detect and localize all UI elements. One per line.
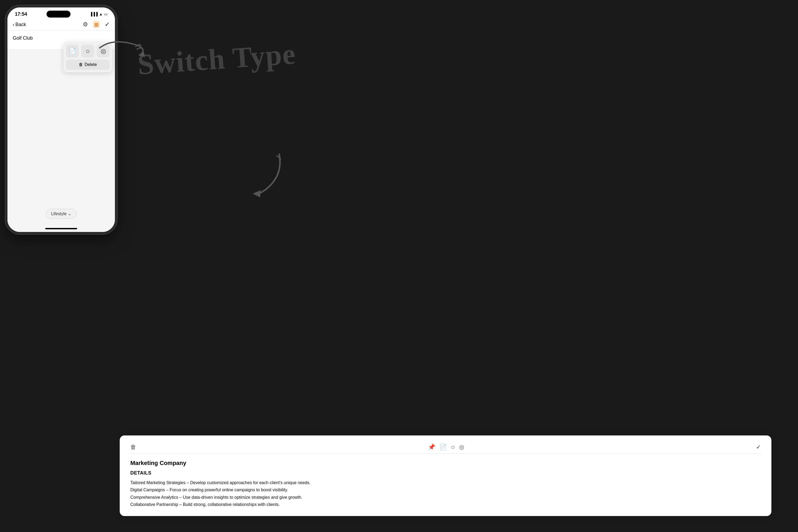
battery-icon: ▭ — [104, 12, 108, 16]
card-detail-line-1: Tailored Marketing Strategies – Develop … — [130, 479, 761, 486]
popup-circle-button[interactable]: ○ — [81, 45, 94, 57]
chevron-left-icon: ‹ — [13, 22, 14, 27]
card-details-label: DETAILS — [130, 470, 761, 476]
card-toolbar-center: 📌 📄 ○ ◎ — [428, 443, 464, 451]
card-toolbar-right: ✓ — [756, 444, 761, 451]
nav-actions: ⚙ ▦ ✓ — [83, 21, 110, 28]
status-bar: 17:54 ▐▐▐ ▲ ▭ — [7, 7, 115, 19]
trash-icon: 🗑 — [79, 62, 83, 67]
delete-label: Delete — [84, 62, 97, 67]
card-detail-line-3: Comprehensive Analytics – Use data-drive… — [130, 494, 761, 501]
lifestyle-chevron-icon: ⌄ — [68, 211, 71, 216]
gear-icon[interactable]: ⚙ — [83, 21, 88, 28]
golf-club-title: Golf Club — [13, 35, 110, 41]
checkmark-icon[interactable]: ✓ — [105, 21, 110, 28]
status-time: 17:54 — [15, 12, 27, 17]
card-checkmark-icon[interactable]: ✓ — [756, 444, 761, 450]
signal-icon: ▐▐▐ — [90, 12, 98, 16]
note-icon: 📄 — [69, 48, 76, 55]
card-pin-icon[interactable]: 📌 — [428, 444, 435, 451]
svg-text:Switch Type: Switch Type — [136, 38, 297, 81]
arrow-to-switchtype — [97, 32, 150, 64]
arrow-to-card — [240, 149, 292, 202]
lifestyle-button[interactable]: Lifestyle ⌄ — [46, 209, 77, 218]
card-detail-line-2: Digital Campaigns – Focus on creating po… — [130, 486, 761, 493]
svg-marker-2 — [253, 190, 261, 197]
card-circle-icon[interactable]: ○ — [451, 443, 455, 451]
switch-type-svg: Switch Type — [133, 32, 332, 91]
card-target-icon[interactable]: ◎ — [459, 444, 464, 451]
card-note-icon[interactable]: 📄 — [439, 444, 446, 451]
back-button[interactable]: ‹ Back — [13, 22, 26, 27]
status-icons: ▐▐▐ ▲ ▭ — [90, 12, 108, 16]
card-detail-line-4: Collaborative Partnership – Build strong… — [130, 501, 761, 508]
lifestyle-label: Lifestyle — [51, 211, 67, 216]
wifi-icon: ▲ — [99, 12, 103, 16]
notch — [46, 11, 71, 18]
card-title: Marketing Company — [130, 460, 761, 467]
home-indicator — [45, 228, 77, 229]
card-toolbar: 🗑 📌 📄 ○ ◎ ✓ — [130, 443, 761, 454]
svg-marker-0 — [138, 51, 145, 57]
card-toolbar-left: 🗑 — [130, 444, 136, 451]
nav-bar: ‹ Back ⚙ ▦ ✓ — [7, 19, 115, 31]
detail-card: 🗑 📌 📄 ○ ◎ ✓ Marketing Company DETAILS Ta… — [120, 435, 772, 516]
popup-note-button[interactable]: 📄 — [66, 45, 79, 57]
back-label: Back — [15, 22, 26, 27]
circle-icon: ○ — [86, 47, 90, 55]
card-trash-icon[interactable]: 🗑 — [130, 444, 136, 451]
grid-icon[interactable]: ▦ — [93, 21, 100, 28]
